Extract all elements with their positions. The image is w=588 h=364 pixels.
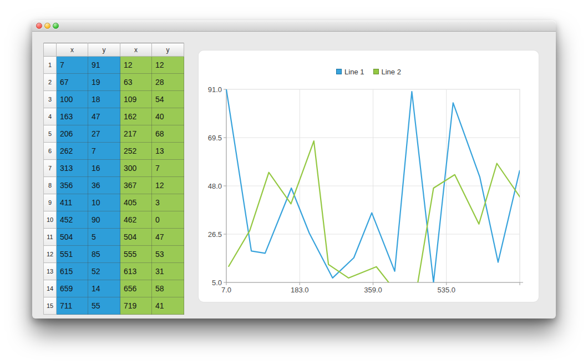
table-cell[interactable]: 55 — [88, 297, 120, 315]
row-header[interactable]: 7 — [44, 160, 57, 177]
table-cell[interactable]: 313 — [57, 160, 88, 177]
table-cell[interactable]: 7 — [57, 57, 88, 74]
table-cell[interactable]: 12 — [120, 57, 152, 74]
table-cell[interactable]: 504 — [120, 229, 152, 246]
table-row: 7313163007 — [44, 160, 184, 177]
table-cell[interactable]: 19 — [88, 74, 120, 91]
table-cell[interactable]: 91 — [88, 57, 120, 74]
close-button[interactable] — [36, 23, 42, 29]
table-cell[interactable]: 452 — [57, 211, 88, 229]
table-cell[interactable]: 10 — [88, 194, 120, 211]
table-cell[interactable]: 504 — [57, 229, 88, 246]
y-tick-label: 91.0 — [208, 85, 222, 94]
table-cell[interactable]: 100 — [57, 91, 88, 108]
zoom-button[interactable] — [53, 23, 59, 29]
table-cell[interactable]: 47 — [88, 108, 120, 125]
row-header[interactable]: 6 — [44, 143, 57, 160]
table-cell[interactable]: 206 — [57, 125, 88, 143]
row-header[interactable]: 9 — [44, 194, 57, 211]
row-header[interactable]: 2 — [44, 74, 57, 91]
table-cell[interactable]: 462 — [120, 211, 152, 229]
x-tick-label: 7.0 — [221, 286, 231, 294]
column-header-line1-x[interactable]: x — [57, 43, 88, 57]
table-cell[interactable]: 555 — [120, 246, 152, 263]
row-header[interactable]: 1 — [44, 57, 57, 74]
window-titlebar[interactable] — [32, 21, 556, 32]
table-cell[interactable]: 163 — [57, 108, 88, 125]
row-header[interactable]: 3 — [44, 91, 57, 108]
row-header[interactable]: 13 — [44, 263, 57, 280]
minimize-button[interactable] — [44, 23, 50, 29]
table-cell[interactable]: 551 — [57, 246, 88, 263]
table-cell[interactable]: 300 — [120, 160, 152, 177]
row-header[interactable]: 11 — [44, 229, 57, 246]
table-cell[interactable]: 68 — [152, 125, 184, 143]
x-tick-label: 535.0 — [437, 286, 455, 294]
table-cell[interactable]: 31 — [152, 263, 184, 280]
app-window: xyxy 17911212267196328310018109544163471… — [32, 21, 556, 318]
table-cell[interactable]: 90 — [88, 211, 120, 229]
table-cell[interactable]: 262 — [57, 143, 88, 160]
table-cell[interactable]: 356 — [57, 177, 88, 194]
table-cell[interactable]: 85 — [88, 246, 120, 263]
table-cell[interactable]: 405 — [120, 194, 152, 211]
table-row: 146591465658 — [44, 280, 184, 297]
row-header[interactable]: 15 — [44, 297, 57, 315]
table-cell[interactable]: 13 — [152, 143, 184, 160]
table-body: 1791121226719632831001810954416347162405… — [44, 57, 184, 315]
table-cell[interactable]: 41 — [152, 297, 184, 315]
row-header[interactable]: 14 — [44, 280, 57, 297]
table-cell[interactable]: 0 — [152, 211, 184, 229]
table-cell[interactable]: 12 — [152, 177, 184, 194]
table-cell[interactable]: 613 — [120, 263, 152, 280]
table-cell[interactable]: 58 — [152, 280, 184, 297]
column-header-line2-y[interactable]: y — [152, 43, 184, 57]
table-cell[interactable]: 367 — [120, 177, 152, 194]
table-cell[interactable]: 252 — [120, 143, 152, 160]
table-corner-cell[interactable] — [44, 43, 57, 57]
table-cell[interactable]: 27 — [88, 125, 120, 143]
chart-card: Line 1Line 2 5.026.548.069.591.07.0183.0… — [199, 50, 539, 302]
table-cell[interactable]: 53 — [152, 246, 184, 263]
row-header[interactable]: 10 — [44, 211, 57, 229]
table-cell[interactable]: 711 — [57, 297, 88, 315]
row-header[interactable]: 4 — [44, 108, 57, 125]
table-cell[interactable]: 47 — [152, 229, 184, 246]
table-row: 6262725213 — [44, 143, 184, 160]
table-cell[interactable]: 656 — [120, 280, 152, 297]
table-cell[interactable]: 28 — [152, 74, 184, 91]
table-cell[interactable]: 659 — [57, 280, 88, 297]
row-header[interactable]: 8 — [44, 177, 57, 194]
x-tick-label: 183.0 — [291, 286, 309, 294]
row-header[interactable]: 5 — [44, 125, 57, 143]
table-cell[interactable]: 3 — [152, 194, 184, 211]
table-cell[interactable]: 18 — [88, 91, 120, 108]
y-tick-label: 69.5 — [208, 134, 222, 142]
table-row: 157115571941 — [44, 297, 184, 315]
table-cell[interactable]: 12 — [152, 57, 184, 74]
table-row: 31001810954 — [44, 91, 184, 108]
table-cell[interactable]: 36 — [88, 177, 120, 194]
table-cell[interactable]: 63 — [120, 74, 152, 91]
table-row: 17911212 — [44, 57, 184, 74]
table-cell[interactable]: 16 — [88, 160, 120, 177]
column-header-line2-x[interactable]: x — [120, 43, 152, 57]
table-cell[interactable]: 52 — [88, 263, 120, 280]
x-tick-label: 359.0 — [364, 286, 382, 294]
table-cell[interactable]: 615 — [57, 263, 88, 280]
table-cell[interactable]: 217 — [120, 125, 152, 143]
table-cell[interactable]: 14 — [88, 280, 120, 297]
table-cell[interactable]: 719 — [120, 297, 152, 315]
table-cell[interactable]: 67 — [57, 74, 88, 91]
window-controls — [36, 23, 59, 29]
table-cell[interactable]: 7 — [88, 143, 120, 160]
column-header-line1-y[interactable]: y — [88, 43, 120, 57]
table-cell[interactable]: 411 — [57, 194, 88, 211]
table-cell[interactable]: 54 — [152, 91, 184, 108]
table-cell[interactable]: 162 — [120, 108, 152, 125]
table-cell[interactable]: 109 — [120, 91, 152, 108]
table-cell[interactable]: 5 — [88, 229, 120, 246]
table-cell[interactable]: 7 — [152, 160, 184, 177]
table-cell[interactable]: 40 — [152, 108, 184, 125]
row-header[interactable]: 12 — [44, 246, 57, 263]
